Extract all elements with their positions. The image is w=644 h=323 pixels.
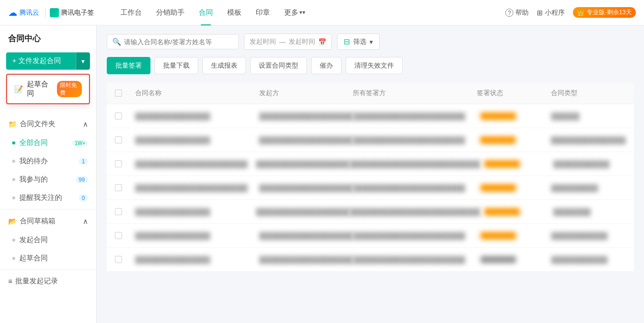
- row-checkbox[interactable]: [115, 184, 122, 191]
- sidebar-item-initiate-contract[interactable]: 发起合同: [0, 231, 96, 249]
- participated-badge: 99: [76, 176, 88, 183]
- cell-name: ████████████████: [135, 112, 259, 120]
- cell-name: ████████████████: [135, 232, 259, 240]
- sidebar-divider-2: [0, 270, 96, 270]
- cell-signers: ████████████████████████████: [350, 208, 481, 216]
- folder-icon: 📁: [8, 120, 17, 128]
- row-checkbox[interactable]: [115, 208, 122, 215]
- generate-report-button[interactable]: 生成报表: [202, 57, 246, 74]
- search-input-wrap[interactable]: 🔍: [107, 34, 239, 49]
- sidebar-item-batch-record[interactable]: ≡ 批量发起记录: [0, 272, 96, 290]
- row-checkbox[interactable]: [115, 136, 122, 143]
- header-contract-name: 合同名称: [135, 89, 259, 98]
- status-badge: ████████: [477, 255, 519, 264]
- filter-arrow-icon: ▾: [370, 38, 373, 46]
- cell-signers: ████████████████████████: [353, 256, 477, 263]
- set-type-button[interactable]: 设置合同类型: [250, 57, 307, 74]
- folder-section-header[interactable]: 📁 合同文件夹 ∧: [0, 114, 96, 134]
- sidebar-item-my-pending[interactable]: 我的待办 1: [0, 152, 96, 170]
- sidebar-divider: [0, 209, 96, 210]
- create-dropdown-arrow[interactable]: ▾: [76, 52, 90, 70]
- cell-status: ████████: [481, 159, 554, 168]
- header-checkbox-col[interactable]: [115, 90, 135, 97]
- cell-initiator: ████████████████████: [259, 256, 353, 263]
- nav-template[interactable]: 模板: [221, 0, 248, 25]
- nav-more[interactable]: 更多 ▾: [278, 0, 312, 25]
- batch-icon: ≡: [8, 277, 12, 285]
- nav-workbench[interactable]: 工作台: [114, 0, 148, 25]
- cell-status: ████████: [477, 255, 551, 264]
- cell-initiator: ████████████████████: [259, 184, 353, 192]
- pro-icon: 👑: [577, 9, 585, 16]
- cell-name: ████████████████: [135, 208, 256, 216]
- initiate-dot: [12, 239, 15, 242]
- create-btn-group: + 文件发起合同 ▾ 📝 起草合同 限时免费: [0, 52, 96, 74]
- table-row[interactable]: ████████████████ ████████████████████ ██…: [107, 224, 634, 248]
- draft-icon: 📝: [14, 85, 23, 93]
- status-badge: ████████: [481, 207, 524, 216]
- all-contracts-badge: 1W+: [72, 140, 88, 146]
- table-row[interactable]: ████████████████████████ ███████████████…: [107, 152, 634, 176]
- clear-invalid-button[interactable]: 清理失效文件: [346, 57, 403, 74]
- nav-menu: 工作台 分销助手 合同 模板 印章 更多 ▾: [114, 0, 312, 25]
- miniprogram-icon: ⊞: [537, 9, 543, 17]
- table-row[interactable]: ████████████████ ████████████████████ ██…: [107, 104, 634, 128]
- draft-collapse-icon: ∧: [83, 217, 88, 225]
- row-checkbox[interactable]: [115, 256, 122, 263]
- tencent-cloud-logo[interactable]: ☁ 腾讯云: [8, 7, 39, 18]
- draft-box-icon: 📂: [8, 217, 17, 225]
- remind-button[interactable]: 催办: [311, 57, 342, 74]
- sidebar-item-all-contracts[interactable]: 全部合同 1W+: [0, 134, 96, 152]
- pending-badge: 1: [79, 158, 88, 165]
- table-row[interactable]: ████████████████ ████████████████████ ██…: [107, 200, 634, 224]
- esign-logo[interactable]: 腾讯电子签: [45, 8, 94, 17]
- miniprogram-button[interactable]: ⊞ 小程序: [537, 8, 565, 17]
- table-row[interactable]: ████████████████ ████████████████████ ██…: [107, 248, 634, 272]
- remind-badge: 0: [79, 194, 88, 201]
- header-signers: 所有签署方: [353, 89, 477, 98]
- nav-distribution[interactable]: 分销助手: [150, 0, 191, 25]
- table-row[interactable]: ████████████████ ████████████████████ ██…: [107, 128, 634, 152]
- status-badge: ████████: [477, 231, 519, 240]
- search-input[interactable]: [124, 38, 233, 46]
- cell-initiator: ████████████████████: [259, 136, 353, 144]
- batch-sign-button[interactable]: 批量签署: [107, 57, 150, 74]
- table-row[interactable]: ████████████████████████ ███████████████…: [107, 176, 634, 200]
- cell-signers: ████████████████████████: [353, 136, 477, 144]
- cell-type: ████████████████: [551, 136, 626, 144]
- filter-button[interactable]: ⊟ 筛选 ▾: [337, 34, 380, 50]
- free-badge: 限时免费: [57, 81, 82, 97]
- top-nav: ☁ 腾讯云 腾讯电子签 工作台 分销助手 合同 模板 印章 更多 ▾ ? 帮助 …: [0, 0, 644, 25]
- calendar-icon: 📅: [318, 38, 326, 46]
- draft-contract-item[interactable]: 📝 起草合同 限时免费: [7, 75, 89, 103]
- main-content: 🔍 发起时间 — 发起时间 📅 ⊟ 筛选 ▾ 批量签署 批量下载 生成报表 设置…: [97, 25, 644, 323]
- sidebar-item-draft-contract[interactable]: 起草合同: [0, 249, 96, 268]
- pending-dot: [12, 160, 15, 163]
- cell-status: ████████: [476, 135, 550, 144]
- sidebar-title: 合同中心: [0, 34, 96, 52]
- search-bar: 🔍 发起时间 — 发起时间 📅 ⊟ 筛选 ▾: [107, 34, 634, 50]
- esign-icon: [50, 8, 59, 17]
- nav-contract[interactable]: 合同: [193, 0, 219, 25]
- draft-section-header[interactable]: 📂 合同草稿箱 ∧: [0, 212, 96, 231]
- cell-status: ████████: [477, 231, 551, 240]
- draft-section: 📂 合同草稿箱 ∧ 发起合同 起草合同: [0, 212, 96, 268]
- row-checkbox[interactable]: [115, 112, 122, 120]
- select-all-checkbox[interactable]: [115, 90, 122, 97]
- contracts-table: 合同名称 发起方 所有签署方 签署状态 合同类型 ███████████████…: [107, 82, 634, 272]
- row-checkbox[interactable]: [115, 232, 122, 239]
- remind-dot: [12, 196, 15, 199]
- cell-status: ████████: [477, 183, 551, 192]
- create-contract-button[interactable]: + 文件发起合同: [6, 52, 76, 70]
- sidebar-item-participated[interactable]: 我参与的 99: [0, 170, 96, 189]
- contract-folder-section: 📁 合同文件夹 ∧ 全部合同 1W+ 我的待办 1: [0, 114, 96, 207]
- nav-seal[interactable]: 印章: [250, 0, 276, 25]
- pro-badge[interactable]: 👑 专业版·剩余13天: [573, 7, 636, 18]
- sidebar-item-remind-watch[interactable]: 提醒我关注的 0: [0, 189, 96, 207]
- date-range-input[interactable]: 发起时间 — 发起时间 📅: [244, 34, 332, 50]
- cell-type: ████████: [553, 208, 626, 216]
- row-checkbox[interactable]: [115, 160, 122, 167]
- help-button[interactable]: ? 帮助: [505, 8, 529, 17]
- batch-download-button[interactable]: 批量下载: [155, 57, 198, 74]
- cell-initiator: ████████████████████: [256, 208, 350, 216]
